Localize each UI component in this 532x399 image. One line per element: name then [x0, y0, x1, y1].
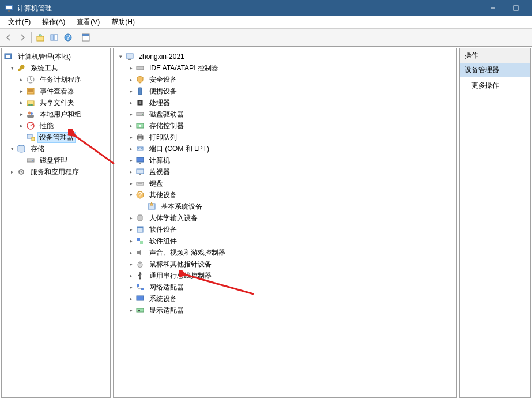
tree-performance[interactable]: ▸ 性能: [3, 120, 109, 131]
network-icon: [135, 283, 145, 292]
toolbar-separator: [31, 32, 32, 43]
chevron-right-icon[interactable]: ▸: [127, 249, 134, 256]
device-processor[interactable]: ▸处理器: [115, 97, 455, 108]
chevron-down-icon[interactable]: ▾: [117, 53, 124, 60]
tree-services[interactable]: ▸ 服务和应用程序: [3, 166, 109, 178]
device-print-queue[interactable]: ▸打印队列: [115, 131, 455, 143]
tree-local-users[interactable]: ▸ 本地用户和组: [3, 108, 109, 120]
svg-line-25: [31, 124, 33, 126]
keyboard-icon: [135, 179, 145, 188]
chevron-right-icon[interactable]: ▸: [127, 272, 134, 279]
chevron-right-icon[interactable]: ▸: [127, 157, 134, 164]
show-hide-tree-button[interactable]: [48, 31, 61, 44]
device-mouse[interactable]: ▸鼠标和其他指针设备: [115, 258, 455, 270]
chevron-down-icon[interactable]: ▾: [9, 145, 16, 152]
tree-label: 软件设备: [147, 224, 179, 235]
actions-more[interactable]: 更多操作: [460, 77, 530, 94]
device-system[interactable]: ▸系统设备: [115, 293, 455, 304]
device-computer[interactable]: ▸计算机: [115, 155, 455, 166]
menu-help[interactable]: 帮助(H): [105, 16, 141, 28]
tree-label: 存储控制器: [147, 121, 186, 131]
tree-task-scheduler[interactable]: ▸ 任务计划程序: [3, 74, 109, 85]
shared-folder-icon: [26, 98, 35, 107]
chevron-down-icon[interactable]: ▾: [9, 65, 16, 71]
chevron-right-icon[interactable]: ▸: [18, 111, 25, 118]
chevron-right-icon[interactable]: ▸: [127, 99, 134, 106]
tree-system-tools[interactable]: ▾ 系统工具: [3, 62, 109, 74]
device-other[interactable]: ▾?其他设备: [115, 189, 455, 201]
chevron-right-icon[interactable]: ▸: [127, 261, 134, 268]
chevron-right-icon[interactable]: ▸: [9, 168, 16, 175]
device-tree-pane[interactable]: ▾ zhongxin-2021 ▸IDE ATA/ATAPI 控制器 ▸安全设备…: [113, 48, 457, 398]
back-button[interactable]: [2, 31, 15, 44]
chevron-right-icon[interactable]: ▸: [127, 134, 134, 141]
tree-event-viewer[interactable]: ▸ 事件查看器: [3, 85, 109, 97]
device-disk-drive[interactable]: ▸磁盘驱动器: [115, 108, 455, 120]
maximize-button[interactable]: [504, 0, 527, 16]
tree-device-manager[interactable]: ▸ 设备管理器: [3, 131, 109, 143]
device-software-comp[interactable]: ▸软件组件: [115, 235, 455, 247]
tree-shared-folders[interactable]: ▸ 共享文件夹: [3, 97, 109, 108]
device-software-dev[interactable]: ▸软件设备: [115, 224, 455, 235]
chevron-right-icon[interactable]: ▸: [127, 214, 134, 221]
tree-label: 其他设备: [147, 190, 179, 201]
chevron-right-icon[interactable]: ▸: [127, 122, 134, 129]
chevron-right-icon[interactable]: ▸: [18, 99, 25, 106]
menu-view[interactable]: 查看(V): [71, 16, 105, 28]
event-icon: [26, 86, 35, 96]
tree-disk-mgmt[interactable]: ▸ 磁盘管理: [3, 155, 109, 166]
toolbar: ?: [0, 29, 532, 46]
chevron-right-icon[interactable]: ▸: [127, 180, 134, 187]
up-level-button[interactable]: [34, 31, 47, 44]
device-root[interactable]: ▾ zhongxin-2021: [115, 51, 455, 62]
device-hid[interactable]: ▸人体学输入设备: [115, 212, 455, 224]
chevron-right-icon[interactable]: ▸: [127, 145, 134, 152]
help-button[interactable]: ?: [62, 31, 74, 44]
chevron-right-icon[interactable]: ▸: [127, 295, 134, 302]
chevron-right-icon[interactable]: ▸: [127, 307, 134, 314]
device-storage-ctrl[interactable]: ▸存储控制器: [115, 120, 455, 131]
chevron-right-icon[interactable]: ▸: [127, 168, 134, 175]
tree-label: 计算机: [147, 155, 172, 166]
chevron-right-icon[interactable]: ▸: [18, 76, 25, 83]
console-tree-pane[interactable]: 计算机管理(本地) ▾ 系统工具 ▸ 任务计划程序 ▸ 事件查看器 ▸ 共享文件…: [1, 48, 111, 398]
chevron-right-icon[interactable]: ▸: [127, 65, 134, 71]
properties-button[interactable]: [80, 31, 92, 44]
device-audio[interactable]: ▸声音、视频和游戏控制器: [115, 247, 455, 258]
svg-rect-50: [139, 163, 141, 164]
monitor-icon: [135, 167, 145, 176]
device-security[interactable]: ▸安全设备: [115, 74, 455, 85]
menu-file[interactable]: 文件(F): [2, 16, 36, 28]
chevron-right-icon[interactable]: ▸: [127, 238, 134, 244]
menu-action[interactable]: 操作(A): [36, 16, 71, 28]
forward-button[interactable]: [16, 31, 29, 44]
portable-icon: [135, 86, 145, 96]
chevron-right-icon[interactable]: ▸: [127, 284, 134, 291]
device-usb[interactable]: ▸通用串行总线控制器: [115, 270, 455, 281]
device-keyboard[interactable]: ▸键盘: [115, 178, 455, 189]
chevron-right-icon[interactable]: ▸: [127, 111, 134, 118]
device-display[interactable]: ▸显示适配器: [115, 304, 455, 316]
tree-root[interactable]: 计算机管理(本地): [3, 51, 109, 62]
svg-rect-6: [51, 35, 54, 40]
device-ide[interactable]: ▸IDE ATA/ATAPI 控制器: [115, 62, 455, 74]
tree-label: 安全设备: [147, 74, 179, 85]
device-other-child[interactable]: ▸基本系统设备: [115, 201, 455, 212]
tree-storage[interactable]: ▾ 存储: [3, 143, 109, 155]
mouse-icon: [135, 259, 145, 269]
device-network[interactable]: ▸网络适配器: [115, 281, 455, 293]
hid-icon: [135, 213, 145, 223]
chevron-right-icon[interactable]: ▸: [127, 76, 134, 83]
hdd-icon: [135, 110, 145, 119]
actions-pane: 操作 设备管理器 更多操作: [459, 48, 531, 398]
chevron-right-icon[interactable]: ▸: [127, 226, 134, 233]
chevron-right-icon[interactable]: ▸: [18, 88, 25, 95]
chevron-right-icon[interactable]: ▸: [18, 122, 25, 129]
device-ports[interactable]: ▸端口 (COM 和 LPT): [115, 143, 455, 155]
chevron-right-icon[interactable]: ▸: [127, 88, 134, 95]
minimize-button[interactable]: [481, 0, 504, 16]
device-monitor[interactable]: ▸监视器: [115, 166, 455, 178]
chevron-down-icon[interactable]: ▾: [127, 191, 134, 198]
device-portable[interactable]: ▸便携设备: [115, 85, 455, 97]
tree-label: 本地用户和组: [37, 109, 84, 120]
